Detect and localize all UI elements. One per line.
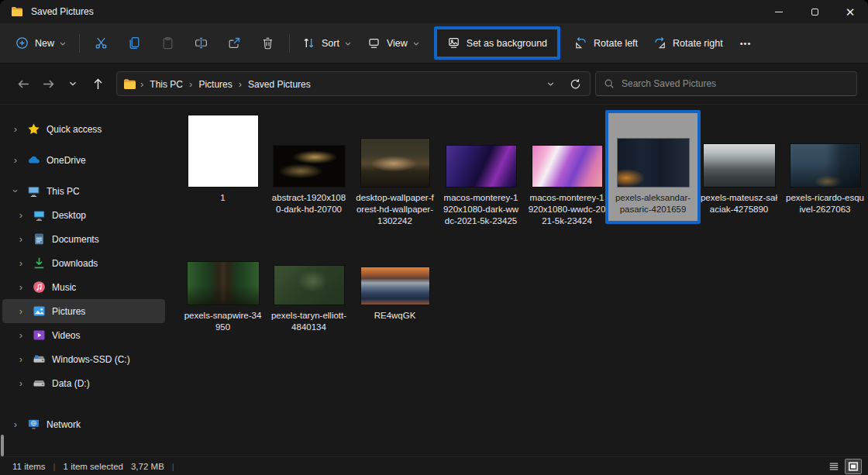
- share-icon: [228, 36, 241, 50]
- maximize-button[interactable]: [797, 0, 832, 23]
- copy-button[interactable]: [118, 30, 151, 56]
- breadcrumb-item[interactable]: Saved Pictures: [243, 76, 316, 93]
- refresh-button[interactable]: [567, 75, 584, 92]
- thumbnail-area: [696, 115, 782, 187]
- window-controls: ✕: [761, 0, 868, 23]
- sidebar-scrollbar[interactable]: [1, 435, 4, 456]
- file-thumbnail[interactable]: [274, 146, 345, 187]
- rotate-right-button[interactable]: Rotate right: [646, 30, 731, 56]
- file-item[interactable]: desktop-wallpaper-forest-hd-wallpaper-13…: [352, 115, 438, 227]
- file-thumbnail[interactable]: [532, 146, 602, 187]
- breadcrumb-item[interactable]: Pictures: [193, 76, 237, 93]
- details-view-button[interactable]: [825, 459, 842, 474]
- chevron-right-icon[interactable]: ›: [16, 233, 26, 245]
- thumbnail-area: [352, 115, 438, 187]
- rename-icon: [195, 36, 208, 50]
- file-name: 1: [220, 192, 225, 204]
- view-button-label: View: [387, 38, 408, 49]
- paste-button[interactable]: [151, 30, 184, 56]
- close-button[interactable]: ✕: [832, 0, 868, 23]
- sidebar-item-label: Pictures: [52, 306, 85, 317]
- sidebar-item-this-pc[interactable]: ›This PC: [2, 179, 165, 203]
- sidebar-item-network[interactable]: ›Network: [2, 412, 165, 436]
- chevron-right-icon[interactable]: ›: [16, 353, 26, 365]
- file-item[interactable]: pexels-mateusz-sałaciak-4275890: [696, 115, 782, 215]
- file-thumbnail[interactable]: [446, 146, 516, 187]
- share-button[interactable]: [218, 30, 251, 56]
- file-name: pexels-mateusz-sałaciak-4275890: [700, 192, 778, 215]
- sidebar-item-downloads[interactable]: ›Downloads: [2, 251, 165, 275]
- file-explorer-window: Saved Pictures ✕ New Sort View: [0, 0, 868, 475]
- chevron-right-icon[interactable]: ›: [10, 418, 21, 430]
- items-count: 11 items: [12, 462, 46, 471]
- file-item[interactable]: macos-monterey-1920x1080-dark-wwdc-2021-…: [438, 115, 524, 227]
- delete-button[interactable]: [251, 30, 284, 56]
- sidebar-item-videos[interactable]: ›Videos: [2, 323, 165, 347]
- star-icon: [27, 122, 40, 136]
- search-input[interactable]: [622, 78, 849, 89]
- set-as-background-button[interactable]: Set as background: [434, 26, 560, 60]
- sidebar-item-quick-access[interactable]: ›Quick access: [2, 117, 165, 141]
- more-options-button[interactable]: •••: [731, 33, 761, 54]
- file-item[interactable]: pexels-taryn-elliott-4840134: [266, 233, 352, 333]
- file-thumbnail[interactable]: [790, 144, 860, 187]
- chevron-right-icon[interactable]: ›: [16, 329, 26, 341]
- sidebar-item-onedrive[interactable]: ›OneDrive: [2, 148, 165, 172]
- file-thumbnail[interactable]: [274, 266, 344, 305]
- search-icon: [604, 78, 615, 89]
- minimize-button[interactable]: [761, 0, 797, 23]
- file-thumbnail[interactable]: [188, 115, 258, 187]
- chevron-right-icon[interactable]: ›: [10, 123, 21, 135]
- large-icons-view-button[interactable]: [845, 459, 862, 474]
- file-thumbnail[interactable]: [361, 267, 429, 305]
- thumbnail-area: [613, 115, 693, 187]
- file-item[interactable]: pexels-snapwire-34950: [180, 233, 266, 333]
- new-button[interactable]: New: [8, 30, 74, 56]
- recent-locations-button[interactable]: [60, 71, 85, 96]
- file-item[interactable]: 1: [180, 115, 266, 204]
- sidebar-item-data-d[interactable]: ›Data (D:): [2, 371, 165, 395]
- rename-button[interactable]: [184, 30, 218, 56]
- chevron-right-icon[interactable]: ›: [16, 281, 26, 293]
- chevron-down-icon: [344, 40, 352, 47]
- sort-button[interactable]: Sort: [294, 30, 360, 56]
- file-item[interactable]: pexels-ricardo-esquivel-2627063: [782, 115, 868, 215]
- file-name: pexels-aleksandar-pasaric-4201659: [614, 192, 692, 215]
- address-dropdown-button[interactable]: [542, 75, 559, 92]
- chevron-right-icon[interactable]: ›: [16, 257, 26, 269]
- status-bar: 11 items | 1 item selected 3,72 MB |: [0, 456, 868, 475]
- address-bar[interactable]: ›This PC›Pictures›Saved Pictures: [116, 71, 591, 96]
- selection-size: 3,72 MB: [131, 462, 164, 471]
- cut-button[interactable]: [84, 30, 118, 56]
- file-thumbnail[interactable]: [618, 139, 689, 187]
- rotate-left-button[interactable]: Rotate left: [567, 30, 646, 56]
- up-button[interactable]: [85, 71, 110, 96]
- file-item[interactable]: macos-monterey-1920x1080-wwdc-2021-5k-23…: [524, 115, 610, 227]
- chevron-right-icon[interactable]: ›: [16, 377, 26, 389]
- chevron-down-icon[interactable]: ›: [10, 186, 22, 197]
- file-item[interactable]: abstract-1920x1080-dark-hd-20700: [266, 115, 352, 215]
- sidebar-item-windows-ssd-c[interactable]: ›Windows-SSD (C:): [2, 347, 165, 371]
- file-thumbnail[interactable]: [188, 262, 259, 305]
- chevron-right-icon[interactable]: ›: [10, 154, 21, 166]
- forward-button[interactable]: [36, 71, 60, 96]
- file-item[interactable]: RE4wqGK: [352, 233, 438, 322]
- file-item[interactable]: pexels-aleksandar-pasaric-4201659: [605, 110, 701, 224]
- chevron-right-icon[interactable]: ›: [16, 209, 26, 221]
- chevron-right-icon[interactable]: ›: [16, 305, 26, 317]
- breadcrumb-item[interactable]: This PC: [144, 76, 188, 93]
- set-as-background-label: Set as background: [467, 38, 547, 49]
- back-button[interactable]: [11, 71, 36, 96]
- sidebar-item-music[interactable]: ›Music: [2, 275, 165, 299]
- sidebar-item-pictures[interactable]: ›Pictures: [2, 299, 165, 323]
- sidebar-item-label: Network: [46, 419, 81, 430]
- sidebar-item-desktop[interactable]: ›Desktop: [2, 203, 165, 227]
- view-button[interactable]: View: [360, 30, 428, 56]
- file-thumbnail[interactable]: [704, 144, 775, 187]
- thumbnail-area: [352, 233, 438, 305]
- network-icon: [27, 418, 40, 431]
- sidebar-item-documents[interactable]: ›Documents: [2, 227, 165, 251]
- sidebar-item-label: This PC: [46, 186, 80, 197]
- file-thumbnail[interactable]: [361, 139, 429, 187]
- pictures-icon: [33, 305, 46, 318]
